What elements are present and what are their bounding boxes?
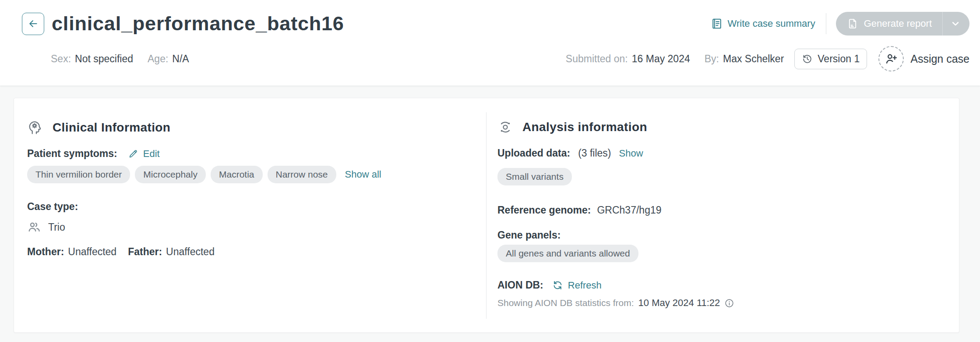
aion-stats-value: 10 May 2024 11:22 (638, 297, 720, 309)
clinical-information-title: Clinical Information (53, 121, 170, 135)
analysis-information-section: Analysis information Uploaded data: (3 f… (486, 98, 959, 332)
by-value: Max Schelker (723, 53, 784, 65)
father-label: Father: (128, 246, 162, 258)
report-file-icon (847, 18, 858, 29)
refresh-icon (552, 280, 563, 291)
patient-meta: Sex: Not specified Age: N/A (51, 53, 189, 65)
age-value: N/A (172, 53, 189, 65)
mother-label: Mother: (27, 246, 64, 258)
generate-report-label: Generate report (864, 18, 932, 29)
case-type-value: Trio (48, 221, 65, 233)
gene-panel-tag: All genes and variants allowed (497, 245, 638, 262)
info-icon[interactable] (724, 298, 734, 308)
assign-case-button[interactable] (878, 46, 904, 71)
clinical-information-section: Clinical Information Patient symptoms: E… (14, 98, 486, 332)
sex-value: Not specified (75, 53, 133, 65)
refresh-label: Refresh (568, 280, 602, 291)
data-type-tags: Small variants (497, 168, 941, 185)
header-divider (826, 13, 826, 34)
history-clock-icon (802, 53, 813, 64)
generate-report-menu-button[interactable] (943, 12, 969, 36)
case-meta: Submitted on: 16 May 2024 By: Max Schelk… (566, 46, 969, 71)
symptom-tags: Thin vermilion border Microcephaly Macro… (27, 166, 469, 183)
aion-stats-label: Showing AION DB statistics from: (497, 298, 634, 308)
data-type-tag: Small variants (497, 168, 572, 185)
journal-text-icon (711, 18, 723, 30)
generate-report-button[interactable]: Generate report (836, 12, 969, 36)
analysis-information-title: Analysis information (522, 120, 647, 134)
edit-symptoms-button[interactable]: Edit (128, 148, 160, 160)
chevron-down-icon (950, 18, 961, 29)
refresh-aion-db-button[interactable]: Refresh (552, 280, 602, 291)
head-gear-icon (27, 119, 43, 135)
sex-label: Sex: (51, 53, 71, 65)
reference-genome-value: GRCh37/hg19 (597, 204, 661, 216)
write-case-summary-button[interactable]: Write case summary (711, 18, 815, 30)
edit-label: Edit (143, 148, 160, 160)
symptom-tag: Thin vermilion border (27, 166, 130, 183)
person-plus-icon (884, 52, 898, 66)
case-header: clinical_performance_batch16 Write case … (0, 0, 980, 86)
age-label: Age: (148, 53, 168, 65)
mother-value: Unaffected (68, 246, 116, 258)
aion-db-label: AION DB: (497, 279, 543, 291)
patient-symptoms-label: Patient symptoms: (27, 148, 117, 160)
symptom-tag: Narrow nose (268, 166, 336, 183)
assign-case-label[interactable]: Assign case (910, 53, 969, 65)
arrow-left-icon (28, 18, 39, 29)
version-label: Version 1 (818, 53, 860, 65)
people-icon (27, 220, 41, 234)
back-button[interactable] (22, 13, 44, 35)
write-case-summary-label: Write case summary (728, 18, 815, 29)
show-files-link[interactable]: Show (619, 148, 643, 159)
by-label: By: (705, 53, 719, 65)
reference-genome-label: Reference genome: (497, 204, 591, 216)
uploaded-data-count: (3 files) (578, 147, 611, 159)
case-info-card: Clinical Information Patient symptoms: E… (14, 98, 959, 333)
show-all-symptoms-link[interactable]: Show all (345, 169, 381, 180)
uploaded-data-label: Uploaded data: (497, 147, 570, 159)
analysis-orbit-icon (497, 119, 513, 135)
gene-panels-label: Gene panels: (497, 229, 561, 241)
case-type-label: Case type: (27, 201, 78, 213)
father-value: Unaffected (166, 246, 215, 258)
submitted-on-value: 16 May 2024 (632, 53, 690, 65)
gene-panel-tags: All genes and variants allowed (497, 245, 941, 262)
submitted-on-label: Submitted on: (566, 53, 628, 65)
version-button[interactable]: Version 1 (794, 49, 867, 69)
symptom-tag: Macrotia (211, 166, 263, 183)
pencil-icon (128, 149, 138, 159)
case-title: clinical_performance_batch16 (52, 12, 344, 35)
symptom-tag: Microcephaly (135, 166, 206, 183)
